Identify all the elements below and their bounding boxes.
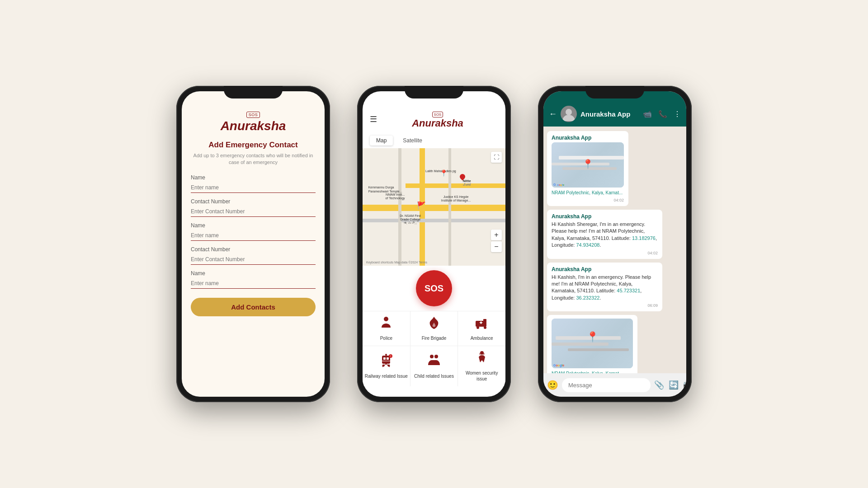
contact-input-2[interactable] <box>191 254 316 265</box>
menu-icon[interactable]: ☰ <box>370 114 377 124</box>
svg-point-5 <box>484 326 486 329</box>
map-zoom-controls: + − <box>491 230 502 252</box>
phone-3-content: ← Anuraksha App 📹 📞 ⋮ Anuraksha Ap <box>543 91 686 397</box>
field-label-name-1: Name <box>191 174 316 181</box>
phone-2: ☰ SOS Anuraksha Map Satellite <box>357 86 511 402</box>
fire-icon <box>427 316 441 333</box>
svg-rect-17 <box>386 355 387 356</box>
svg-rect-3 <box>483 319 486 323</box>
attachment-icon[interactable]: 📎 <box>654 380 664 390</box>
phone-1-notch <box>224 86 283 99</box>
map-pin-info: 📍 <box>440 169 448 177</box>
message-text-2: Hi Kashish Sheregar, I'm in an emergency… <box>552 221 658 249</box>
phone-1-content: SOS Anuraksha Add Emergency Contact Add … <box>182 91 325 397</box>
camera-icon[interactable]: 📷 <box>683 380 686 390</box>
zoom-in-button[interactable]: + <box>491 230 502 240</box>
women-label: Women security issue <box>460 370 504 382</box>
chat-message-1: Anuraksha App 📍 G oogle <box>547 131 628 206</box>
chat-message-4: 📍 Google NRAM Polytechnic, Kalya, Karnat… <box>547 315 637 373</box>
railway-label: Railway related Issue <box>365 373 408 379</box>
phone-3: ← Anuraksha App 📹 📞 ⋮ Anuraksha Ap <box>538 86 692 402</box>
phone-2-content: ☰ SOS Anuraksha Map Satellite <box>363 91 505 397</box>
message-input[interactable] <box>562 378 651 392</box>
tab-satellite[interactable]: Satellite <box>396 136 429 145</box>
chat-message-3: Anuraksha App Hi Kashish, I'm in an emer… <box>547 263 662 312</box>
header-icons: 📹 📞 ⋮ <box>643 110 681 118</box>
action-child[interactable]: Child related Issues <box>410 346 458 386</box>
svg-rect-9 <box>383 357 386 360</box>
section-subtitle-1: Add up to 3 emergency contacts who will … <box>191 152 316 166</box>
app-title-2: Anuraksha <box>377 117 498 129</box>
action-police[interactable]: Police <box>363 311 410 346</box>
svg-rect-10 <box>387 357 389 360</box>
map-label-justice: Justice KS HegdeInstitute of Manage... <box>441 195 471 203</box>
field-label-name-3: Name <box>191 270 316 277</box>
message-time-3: 06:09 <box>552 303 658 308</box>
field-label-name-2: Name <box>191 222 316 229</box>
ambulance-label: Ambulance <box>471 335 493 341</box>
map-location-label-1[interactable]: NRAM Polytechnic, Kalya, Karnat... <box>552 189 624 196</box>
ambulance-icon <box>475 316 489 333</box>
child-icon <box>427 354 441 371</box>
svg-point-23 <box>566 109 572 115</box>
add-contacts-button[interactable]: Add Contacts <box>191 298 316 316</box>
phone-3-notch <box>585 86 644 99</box>
map-location-label-2[interactable]: NRAM Polytechnic, Kalya, Karnat... <box>552 370 633 373</box>
map-pin-1: 📍 <box>582 159 594 169</box>
fire-label: Fire Brigade <box>422 335 446 341</box>
svg-rect-11 <box>382 361 390 361</box>
action-fire[interactable]: Fire Brigade <box>410 311 458 346</box>
map-preview-1[interactable]: 📍 G oogle <box>552 142 624 188</box>
tab-map[interactable]: Map <box>370 136 393 145</box>
svg-rect-8 <box>382 356 390 364</box>
name-input-1[interactable] <box>191 183 316 193</box>
contact-name[interactable]: Anuraksha App <box>580 110 639 118</box>
svg-point-22 <box>480 351 484 355</box>
app-title-1: Anuraksha <box>221 119 286 133</box>
name-input-2[interactable] <box>191 230 316 241</box>
railway-icon: ! <box>379 354 393 371</box>
action-women[interactable]: Women security issue <box>458 346 505 386</box>
map-expand-button[interactable]: ⛶ <box>491 152 502 163</box>
action-ambulance[interactable]: Ambulance <box>458 311 505 346</box>
action-grid: Police Fire Brigade <box>363 311 505 386</box>
emergency-contact-form: Name Contact Number Name Contact Number … <box>191 174 316 316</box>
map-label-kemmannu: Kemmannu DurgaParameshwari Temple... <box>368 186 402 193</box>
zoom-out-button[interactable]: − <box>491 241 502 252</box>
location-icon[interactable]: 🔄 <box>669 380 679 390</box>
more-options-icon[interactable]: ⋮ <box>674 110 681 118</box>
chat-messages: Anuraksha App 📍 G oogle <box>543 127 686 373</box>
svg-point-21 <box>434 355 438 358</box>
message-input-bar: 🙂 📎 🔄 📷 🎤 <box>543 373 686 397</box>
map-tabs: Map Satellite <box>363 133 505 148</box>
map-preview-2[interactable]: 📍 Google <box>552 319 633 368</box>
video-call-icon[interactable]: 📹 <box>643 110 652 118</box>
map-label-nitte: Nitteನಿಟ್ಟೆ <box>462 179 471 188</box>
message-sender-1: Anuraksha App <box>552 135 624 141</box>
phones-container: SOS Anuraksha Add Emergency Contact Add … <box>176 86 692 402</box>
emoji-icon[interactable]: 🙂 <box>547 380 558 390</box>
sos-badge-1: SOS <box>246 112 260 118</box>
svg-rect-7 <box>481 321 481 324</box>
sos-button[interactable]: SOS <box>416 270 452 306</box>
section-title-1: Add Emergency Contact <box>208 141 297 150</box>
svg-rect-1 <box>384 318 388 319</box>
message-sender-3: Anuraksha App <box>552 266 658 272</box>
child-label: Child related Issues <box>414 373 454 379</box>
field-label-contact-2: Contact Number <box>191 246 316 253</box>
phone-2-title-wrap: SOS Anuraksha <box>377 109 498 129</box>
contact-avatar <box>561 106 577 122</box>
action-railway[interactable]: ! Railway related Issue <box>363 346 410 386</box>
field-label-contact-1: Contact Number <box>191 198 316 205</box>
map-flag: 🚩 <box>417 201 426 210</box>
name-input-3[interactable] <box>191 278 316 289</box>
message-time-1: 04:02 <box>552 198 624 202</box>
back-icon[interactable]: ← <box>549 109 557 119</box>
women-icon <box>475 351 489 368</box>
sos-badge-2: SOS <box>432 112 443 117</box>
phone-call-icon[interactable]: 📞 <box>658 110 667 118</box>
contact-input-1[interactable] <box>191 206 316 217</box>
map-area: Lalith Mahal ladies pg Kemmannu DurgaPar… <box>363 148 505 266</box>
svg-point-20 <box>430 355 434 358</box>
phone-1: SOS Anuraksha Add Emergency Contact Add … <box>176 86 330 402</box>
